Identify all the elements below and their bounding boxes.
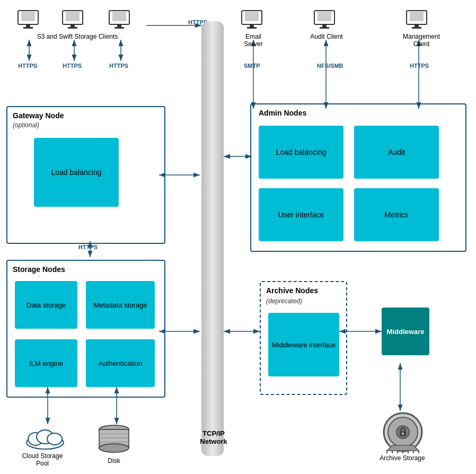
- svg-rect-24: [66, 12, 80, 21]
- svg-rect-21: [26, 24, 30, 27]
- disk-shape: [98, 424, 130, 458]
- admin-nodes-title: Admin Nodes: [259, 109, 306, 117]
- archive-storage-shape: [382, 411, 424, 455]
- svg-rect-28: [112, 12, 126, 21]
- data-storage-box: Data storage: [15, 281, 77, 329]
- storage-nodes-container: Storage Nodes Data storage Metadata stor…: [6, 260, 165, 398]
- s3-client-3: [108, 10, 131, 32]
- svg-rect-22: [23, 27, 33, 29]
- svg-rect-41: [415, 24, 419, 27]
- archive-storage-label: Archive Storage: [378, 454, 426, 462]
- authentication-box: Authentication: [86, 339, 155, 387]
- svg-rect-36: [318, 12, 331, 21]
- svg-rect-40: [410, 12, 424, 21]
- gateway-node-subtitle: (optional): [13, 121, 39, 129]
- admin-load-balancing-box: Load balancing: [259, 126, 343, 179]
- disk-label: Disk: [98, 457, 130, 464]
- svg-point-64: [402, 433, 404, 435]
- middleware-interface-box: Middleware interface: [268, 313, 339, 376]
- svg-point-46: [47, 433, 62, 445]
- archive-nodes-title: Archive Nodes: [266, 286, 318, 295]
- cloud-storage-shape: [24, 424, 66, 452]
- audit-client-label: Audit Client: [310, 33, 343, 40]
- s3-swift-label: S3 and Swift Storage Clients: [8, 33, 146, 40]
- svg-rect-25: [70, 24, 75, 27]
- s3-client-2: [61, 10, 85, 32]
- smtp-label: SMTP: [244, 63, 260, 69]
- svg-rect-33: [250, 24, 254, 27]
- admin-nodes-container: Admin Nodes Load balancing Audit User in…: [250, 103, 466, 252]
- admin-audit-box: Audit: [354, 126, 439, 179]
- gateway-node-title: Gateway Node: [13, 111, 64, 120]
- https-gateway-storage: HTTPS: [78, 244, 98, 250]
- nfs-smb-label: NFS/SMB: [317, 63, 343, 69]
- tcp-ip-label: TCP/IP Network: [190, 429, 237, 445]
- metadata-storage-box: Metadata storage: [86, 281, 155, 329]
- management-client-label: Management Client: [400, 33, 443, 48]
- svg-rect-26: [68, 27, 77, 29]
- archive-nodes-subtitle: (deprecated): [266, 297, 302, 305]
- gateway-load-balancing-box: Load balancing: [34, 138, 119, 207]
- https-mgmt-label: HTTPS: [410, 63, 429, 69]
- tcp-ip-pipe: [201, 21, 224, 456]
- email-server: [241, 10, 264, 32]
- storage-nodes-title: Storage Nodes: [13, 265, 65, 274]
- management-client: [406, 10, 429, 32]
- https-label-1: HTTPS: [18, 63, 37, 69]
- svg-rect-29: [117, 24, 121, 27]
- archive-nodes-container: Archive Nodes (deprecated) Middleware in…: [260, 281, 347, 395]
- svg-rect-30: [114, 27, 124, 29]
- gateway-node-container: Gateway Node (optional) Load balancing: [6, 106, 165, 244]
- svg-rect-20: [21, 12, 35, 21]
- admin-metrics-box: Metrics: [354, 188, 439, 241]
- s3-client-1: [17, 10, 40, 32]
- audit-client: [313, 10, 337, 32]
- svg-rect-32: [245, 12, 259, 21]
- svg-rect-34: [247, 27, 257, 29]
- https-label-2: HTTPS: [63, 63, 82, 69]
- cloud-storage-label: Cloud Storage Pool: [16, 452, 69, 467]
- https-label-3: HTTPS: [109, 63, 128, 69]
- svg-rect-38: [320, 27, 329, 29]
- ilm-engine-box: ILM engine: [15, 339, 77, 387]
- svg-rect-42: [412, 27, 421, 29]
- email-server-label: Email Server: [235, 33, 271, 48]
- admin-user-interface-box: User interface: [259, 188, 343, 241]
- svg-point-49: [99, 444, 129, 452]
- svg-rect-37: [322, 24, 327, 27]
- middleware-box: Middleware: [382, 308, 429, 355]
